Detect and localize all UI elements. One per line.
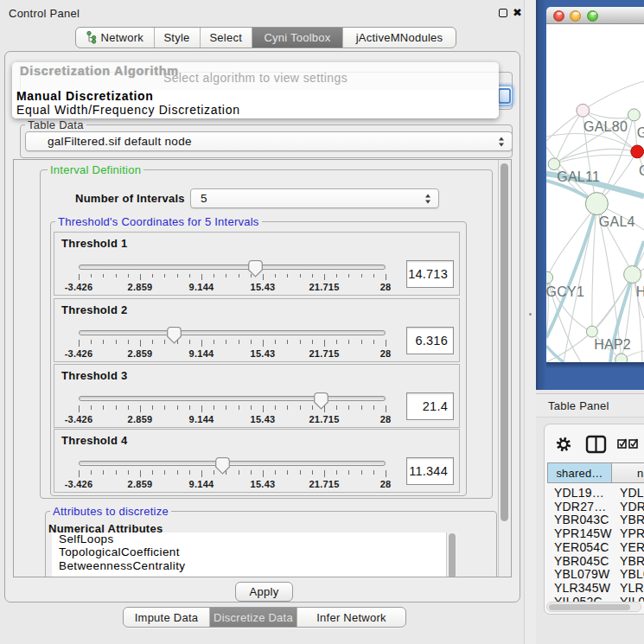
tab-style[interactable]: Style (155, 28, 201, 48)
attribute-list-item[interactable]: BetweennessCentrality (52, 559, 448, 572)
slider-tick-label: 15.43 (251, 348, 276, 359)
close-window-icon[interactable] (553, 10, 564, 22)
network-edge-highlighted[interactable] (546, 346, 564, 362)
network-node-label: H (636, 284, 644, 299)
table-data-combobox[interactable]: galFiltered.sif default node (25, 131, 513, 151)
attribute-list-item[interactable]: SelfLoops (52, 532, 448, 545)
slider-thumb[interactable] (314, 392, 328, 410)
tab-jactivemnodules[interactable]: jActiveMNodules (343, 28, 456, 48)
cell-name: YPR1 (620, 526, 644, 540)
tab-infer-network[interactable]: Infer Network (297, 608, 405, 627)
split-columns-icon[interactable] (587, 437, 605, 452)
slider-tick-label: -3.426 (65, 479, 93, 489)
checkbox-checked-icon[interactable] (618, 439, 626, 448)
attributes-group-title: Attributes to discretize (50, 505, 171, 518)
tab-network[interactable]: Network (76, 28, 155, 48)
network-canvas[interactable]: GAL80GACGAL11GAL4GCY1HHAP2 (546, 24, 644, 362)
table-row[interactable]: YLR345WYLR3 (547, 581, 644, 595)
network-node-label: GAL4 (599, 214, 635, 229)
network-node[interactable] (548, 158, 560, 170)
close-panel-icon[interactable]: ✖ (513, 6, 522, 19)
slider-tick-label: 21.715 (309, 348, 339, 359)
cell-shared-name: YPR145W (554, 526, 612, 540)
slider-thumb[interactable] (215, 457, 230, 475)
network-edge[interactable] (546, 111, 583, 141)
table-row[interactable]: YBR045CYBR0 (547, 554, 644, 568)
tab-label: Infer Network (316, 611, 386, 624)
table-row[interactable]: YER054CYER0 (547, 540, 644, 554)
attribute-list-item[interactable]: TopologicalCoefficient (52, 545, 448, 558)
network-edge[interactable] (583, 81, 644, 110)
network-edge[interactable] (546, 332, 592, 362)
float-panel-icon[interactable] (499, 9, 507, 17)
settings-scrollbar-thumb[interactable] (501, 163, 508, 521)
threshold-panel: Threshold 3-3.4262.8599.14415.4321.71528… (54, 364, 460, 428)
apply-button[interactable]: Apply (235, 582, 293, 602)
splitter-grip[interactable] (529, 313, 532, 316)
threshold-value-field[interactable]: 14.713 (406, 260, 454, 288)
network-edge-highlighted[interactable] (546, 206, 596, 338)
slider-tick-label: 2.859 (128, 282, 153, 292)
network-edge[interactable] (548, 206, 596, 276)
number-of-intervals-combobox[interactable]: 5 (190, 188, 439, 208)
threshold-label: Threshold 2 (61, 303, 127, 316)
tab-label: Select (209, 31, 242, 44)
tab-cyni-toolbox[interactable]: Cyni Toolbox (252, 28, 343, 48)
table-row[interactable]: YBL079WYBL0 (547, 567, 644, 581)
network-node[interactable] (624, 266, 641, 284)
dropdown-item[interactable]: Equal Width/Frequency Discretization (12, 104, 499, 118)
slider-tick-label: 9.144 (189, 479, 214, 489)
threshold-value-field[interactable]: 21.4 (406, 392, 454, 420)
threshold-value-field[interactable]: 11.344 (406, 457, 454, 485)
table-row[interactable]: YBR043CYBR0 (547, 513, 644, 526)
slider-thumb[interactable] (248, 260, 263, 277)
algorithm-dropdown-popup: Discretization Algorithm Select algorith… (12, 62, 499, 118)
table-row[interactable]: YPR145WYPR1 (547, 526, 644, 540)
slider-thumb[interactable] (167, 327, 182, 344)
network-node[interactable] (585, 193, 608, 215)
table-data-title: Table Data (25, 118, 86, 131)
slider-track[interactable] (79, 461, 386, 466)
minimize-window-icon[interactable] (570, 10, 581, 22)
table-hscrollbar-thumb[interactable] (549, 604, 630, 610)
threshold-value-field[interactable]: 6.316 (406, 327, 454, 354)
tab-discretize-data[interactable]: Discretize Data (210, 608, 297, 627)
threshold-panel: Threshold 1-3.4262.8599.14415.4321.71528… (54, 232, 460, 296)
thresholds-group-title: Threshold's Coordinates for 5 Intervals (55, 215, 262, 228)
slider-track[interactable] (79, 396, 386, 401)
table-horizontal-scrollbar[interactable] (546, 602, 641, 612)
slider-tick-label: 28 (380, 414, 392, 424)
network-node[interactable] (586, 326, 597, 337)
table-row[interactable]: YIL052CYIL0 (547, 595, 644, 602)
slider-tick-label: 21.715 (309, 282, 339, 292)
network-node[interactable] (546, 271, 553, 284)
gear-icon[interactable] (557, 437, 571, 451)
network-edge[interactable] (583, 111, 633, 118)
zoom-window-icon[interactable] (587, 10, 598, 22)
cyni-toolbox-panel: Table Data galFiltered.sif default node … (4, 51, 520, 603)
numerical-attributes-list[interactable]: SelfLoopsTopologicalCoefficientBetweenne… (52, 532, 448, 577)
network-node-label: GA (637, 125, 644, 140)
checkbox-checked-icon[interactable] (629, 439, 637, 448)
network-node[interactable] (577, 104, 590, 117)
tab-label: Style (163, 31, 189, 44)
network-node[interactable] (628, 109, 640, 121)
network-node[interactable] (631, 145, 644, 158)
slider-track[interactable] (79, 330, 386, 335)
attributes-list-scrollbar[interactable] (446, 532, 457, 577)
column-header-name[interactable]: name (611, 462, 644, 483)
tab-select[interactable]: Select (201, 28, 253, 48)
cell-name: YDR2 (620, 500, 644, 513)
tab-impute-data[interactable]: Impute Data (124, 608, 210, 627)
network-window-titlebar[interactable] (546, 7, 644, 24)
settings-scrollbar[interactable] (498, 160, 511, 577)
table-row[interactable]: YDR27…YDR2 (547, 500, 644, 513)
column-header-shared-name[interactable]: shared… (547, 462, 612, 483)
slider-tick-label: -3.426 (65, 348, 93, 359)
dropdown-item[interactable]: Manual Discretization (12, 90, 499, 104)
combo-arrow-button[interactable] (498, 88, 511, 104)
table-row[interactable]: YDL19…YDL1 (547, 486, 644, 500)
network-edge[interactable] (554, 111, 583, 164)
slider-track[interactable] (79, 265, 386, 270)
network-node[interactable] (615, 354, 628, 362)
